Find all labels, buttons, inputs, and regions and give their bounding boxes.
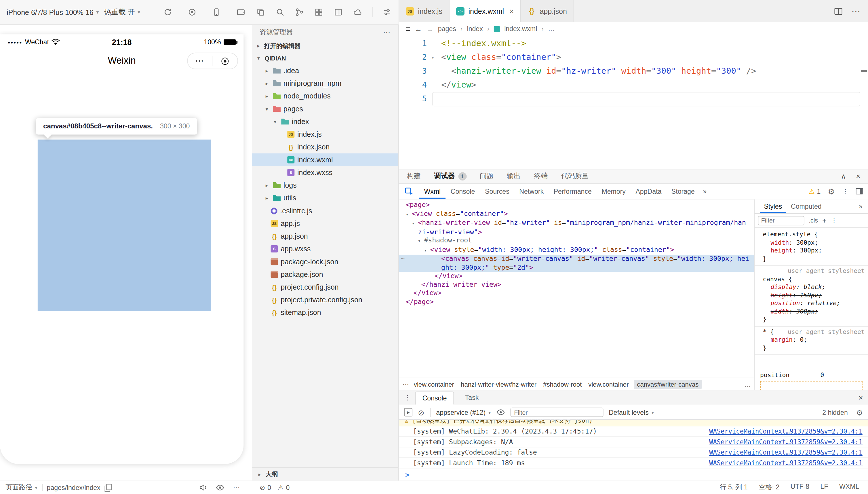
style-property[interactable]: width: 300px; xyxy=(763,308,865,316)
log-source-link[interactable]: WAServiceMainContext…91372859&v=2.30.4:1 xyxy=(699,428,862,435)
layout-icon[interactable] xyxy=(333,7,343,17)
sliders-filter-icon[interactable] xyxy=(382,7,392,17)
more-actions-icon[interactable]: ⋯ xyxy=(401,255,405,263)
tab-task[interactable]: Task xyxy=(459,392,485,404)
style-property[interactable]: height: 150px; xyxy=(763,292,865,300)
console-prompt[interactable]: > xyxy=(399,468,868,479)
forward-icon[interactable]: → xyxy=(426,25,433,33)
crumbs-overflow-icon[interactable]: ⋯ xyxy=(402,380,409,388)
tree-item-app.json[interactable]: {}app.json xyxy=(252,230,398,242)
breadcrumb-item[interactable]: … xyxy=(548,25,555,33)
panel-tab-构建[interactable]: 构建 xyxy=(407,172,421,181)
tree-item-index.wxml[interactable]: <>index.wxml xyxy=(252,153,398,166)
devtools-tab-Console[interactable]: Console xyxy=(445,184,480,199)
style-property[interactable]: position: relative; xyxy=(763,300,865,308)
editor-tab-index.wxml[interactable]: <>index.wxml× xyxy=(449,0,521,22)
element-crumb[interactable]: canvas#writer-canvas xyxy=(634,380,702,388)
tree-item-miniprogram_npm[interactable]: ▸miniprogram_npm xyxy=(252,77,398,90)
tab-computed[interactable]: Computed xyxy=(787,199,825,213)
tab-styles[interactable]: Styles xyxy=(760,199,786,213)
breadcrumb-item[interactable]: index xyxy=(467,25,483,33)
log-source-link[interactable]: WAServiceMainContext…91372859&v=2.30.4:1 xyxy=(699,438,862,445)
crumbs-tail[interactable]: … xyxy=(744,381,751,387)
clipped-warning-row[interactable]: ⚠ [自动热重载] 已开启代码文件保存后自动热重载 (不支持 json) xyxy=(399,420,868,426)
expand-arrow-icon[interactable]: ▾ xyxy=(412,220,418,228)
dom-node[interactable]: </hanzi-writer-view> xyxy=(399,280,754,289)
close-panel-icon[interactable]: × xyxy=(856,172,861,180)
kebab-menu-icon[interactable]: ⋮ xyxy=(842,187,849,195)
dom-node[interactable]: ▾<view class="container"> xyxy=(399,210,754,219)
tree-item-index[interactable]: ▾index xyxy=(252,115,398,128)
panel-tab-问题[interactable]: 问题 xyxy=(480,172,494,181)
search-icon[interactable] xyxy=(275,7,285,17)
close-console-icon[interactable]: × xyxy=(859,393,863,402)
log-levels-selector[interactable]: Default levels ▾ xyxy=(609,408,654,416)
remote-debug-phone-icon[interactable] xyxy=(212,7,221,17)
devtools-tab-Memory[interactable]: Memory xyxy=(597,184,631,199)
code-line[interactable]: 4</view> xyxy=(399,78,868,92)
tree-item-index.json[interactable]: {}index.json xyxy=(252,141,398,153)
tab-console[interactable]: Console xyxy=(415,391,454,404)
cursor-position[interactable]: 行 5, 列 1 xyxy=(719,483,747,492)
capsule-button[interactable]: ••• xyxy=(187,53,238,69)
tree-item-utils[interactable]: ▸utils xyxy=(252,192,398,204)
breadcrumb-item[interactable]: pages xyxy=(438,25,456,33)
tree-item-project.private.config.json[interactable]: {}project.private.config.json xyxy=(252,293,398,306)
devtools-tab-AppData[interactable]: AppData xyxy=(631,184,666,199)
dom-node[interactable]: </view> xyxy=(399,289,754,298)
devtools-tab-Performance[interactable]: Performance xyxy=(548,184,597,199)
device-selector[interactable]: iPhone 6/7/8 Plus 100% 16 ▾ xyxy=(7,0,99,24)
grid-icon[interactable] xyxy=(314,7,324,17)
code-line[interactable]: 3 <hanzi-writer-view id="hz-writer" widt… xyxy=(399,64,868,78)
indentation[interactable]: 空格: 2 xyxy=(759,483,779,492)
gear-icon[interactable]: ⚙ xyxy=(828,187,835,196)
gear-icon[interactable]: ⚙ xyxy=(856,408,863,417)
tree-item-index.js[interactable]: JSindex.js xyxy=(252,128,398,140)
clear-console-icon[interactable]: ⊘ xyxy=(418,408,425,417)
eye-icon[interactable] xyxy=(497,409,505,415)
tablet-preview-icon[interactable] xyxy=(236,7,246,17)
run-icon[interactable]: ▶ xyxy=(404,408,412,417)
kebab-menu-icon[interactable]: ⋮ xyxy=(404,394,411,402)
devtools-tab-Sources[interactable]: Sources xyxy=(480,184,514,199)
dock-side-icon[interactable] xyxy=(856,188,863,194)
outline-section[interactable]: ▸ 大纲 xyxy=(252,467,399,480)
back-icon[interactable]: ← xyxy=(415,25,422,33)
scrollbar-position-marker[interactable] xyxy=(861,70,867,72)
cloud-icon[interactable] xyxy=(352,7,363,17)
tree-item-package-lock.json[interactable]: package-lock.json xyxy=(252,255,398,268)
tree-item-.idea[interactable]: ▸.idea xyxy=(252,64,398,77)
dom-node[interactable]: ▾<hanzi-writer-view id="hz-writer" is="m… xyxy=(399,219,754,236)
expand-arrow-icon[interactable]: ▾ xyxy=(406,210,412,219)
style-property[interactable]: display: block; xyxy=(763,284,865,292)
code-editor[interactable]: 1<!--index.wxml-->2▾<view class="contain… xyxy=(399,35,868,169)
tree-item-project.config.json[interactable]: {}project.config.json xyxy=(252,281,398,293)
language-mode[interactable]: WXML xyxy=(839,483,859,492)
execution-context-selector[interactable]: appservice (#12) ▾ xyxy=(436,408,491,416)
exit-target-icon[interactable] xyxy=(213,57,238,64)
eol-type[interactable]: LF xyxy=(821,483,828,492)
style-property[interactable]: width: 300px; xyxy=(763,239,865,247)
devtools-tab-Wxml[interactable]: Wxml xyxy=(419,184,445,199)
dom-node[interactable]: </view> xyxy=(399,272,754,280)
log-row[interactable]: [system] Subpackages: N/AWAServiceMainCo… xyxy=(399,437,868,448)
style-property[interactable]: height: 300px; xyxy=(763,247,865,255)
console-filter-input[interactable] xyxy=(510,407,603,417)
megaphone-icon[interactable] xyxy=(199,484,207,491)
eye-icon[interactable] xyxy=(216,484,224,491)
menu-icon[interactable]: ≡ xyxy=(406,24,410,33)
element-crumb[interactable]: view.container xyxy=(412,380,456,388)
element-crumb[interactable]: #shadow-root xyxy=(541,380,583,388)
menu-dots-icon[interactable]: ••• xyxy=(188,58,212,64)
encoding[interactable]: UTF-8 xyxy=(791,483,809,492)
warning-count[interactable]: ⚠ 0 xyxy=(278,483,290,491)
tree-item-package.json[interactable]: package.json xyxy=(252,268,398,281)
element-crumb[interactable]: hanzi-writer-view#hz-writer xyxy=(459,380,538,388)
code-line[interactable]: 1<!--index.wxml--> xyxy=(399,37,868,50)
error-count[interactable]: ⊘ 0 xyxy=(259,483,271,491)
devtools-tab-Network[interactable]: Network xyxy=(514,184,548,199)
tree-item-logs[interactable]: ▸logs xyxy=(252,179,398,191)
dom-node[interactable]: ▾<view style="width: 300px; height: 300p… xyxy=(399,246,754,255)
panel-tab-代码质量[interactable]: 代码质量 xyxy=(561,172,589,181)
panel-tab-调试器[interactable]: 调试器1 xyxy=(434,172,466,181)
